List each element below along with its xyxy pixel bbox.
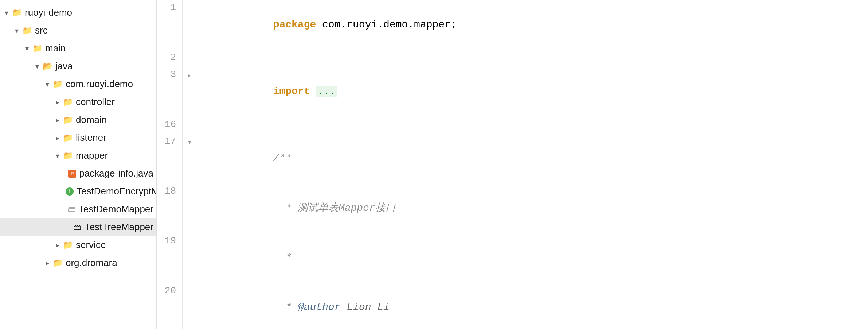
line-gutter [182, 67, 197, 116]
folder-icon: 📁 [32, 43, 42, 54]
line-number: 19 [157, 233, 182, 283]
chevron-right-icon [54, 241, 61, 249]
tree-label: src [35, 23, 48, 38]
line-gutter [182, 283, 197, 329]
code-line-19: 19 * [157, 233, 868, 283]
folder-icon: 📁 [52, 258, 63, 268]
tree-label: service [76, 238, 106, 252]
tree-item-testdemoencryptmapper[interactable]: ℹ TestDemoEncryptMa… [0, 182, 156, 200]
code-line-20: 20 * @author Lion Li [157, 283, 868, 329]
line-number: 18 [157, 183, 182, 233]
fold-arrow-icon[interactable] [187, 71, 192, 80]
folder-icon: 📁 [52, 79, 63, 89]
folder-icon: 📁 [12, 8, 22, 18]
code-line-17: 17 /** [157, 133, 868, 183]
tree-label: mapper [76, 148, 108, 163]
line-gutter [182, 133, 197, 183]
no-chevron [64, 170, 67, 177]
domain-folder-icon: 📁 [63, 115, 73, 125]
tree-label: controller [76, 95, 115, 109]
no-chevron [64, 224, 71, 231]
line-gutter [182, 0, 197, 50]
folder-icon: 📁 [22, 26, 32, 36]
chevron-down-icon [54, 152, 61, 159]
line-number: 2 [157, 50, 182, 67]
line-code [197, 50, 868, 67]
package-info-icon: P [68, 169, 76, 179]
line-number: 16 [157, 117, 182, 134]
chevron-right-icon [54, 116, 61, 124]
tree-label: domain [76, 113, 107, 127]
line-number: 3 [157, 67, 182, 116]
chevron-right-icon [54, 134, 61, 142]
folder-icon: 📁 [63, 151, 73, 161]
tree-item-java[interactable]: 📂 java [0, 57, 156, 75]
line-gutter [182, 183, 197, 233]
chevron-down-icon [13, 27, 20, 34]
folder-icon: 📁 [63, 133, 73, 143]
line-code: * 测试单表Mapper接口 [197, 183, 868, 233]
tree-item-src[interactable]: 📁 src [0, 22, 156, 39]
tree-item-domain[interactable]: 📁 domain [0, 111, 156, 129]
chevron-right-icon [54, 98, 61, 106]
line-code: /** [197, 133, 868, 183]
line-code [197, 117, 868, 134]
tree-label: com.ruoyi.demo [66, 77, 133, 91]
tree-label: package-info.java [79, 166, 153, 181]
tree-label: TestTreeMapper [85, 220, 153, 234]
tree-item-package-info[interactable]: P package-info.java [0, 164, 156, 182]
line-code: * [197, 233, 868, 283]
tree-item-com-ruoyi-demo[interactable]: 📁 com.ruoyi.demo [0, 75, 156, 93]
tree-item-listener[interactable]: 📁 listener [0, 129, 156, 147]
fold-arrow-icon[interactable] [187, 138, 192, 147]
line-gutter [182, 233, 197, 283]
code-content[interactable]: 1 package com.ruoyi.demo.mapper; 2 [157, 0, 868, 329]
file-tree[interactable]: 📁 ruoyi-demo 📁 src 📁 main 📂 java 📁 com.r… [0, 0, 157, 329]
no-chevron [64, 206, 66, 213]
chevron-down-icon [23, 45, 31, 52]
line-code: package com.ruoyi.demo.mapper; [197, 0, 868, 50]
folder-blue-icon: 📂 [42, 61, 52, 71]
tree-item-main[interactable]: 📁 main [0, 39, 156, 57]
line-gutter [182, 117, 197, 134]
code-line-18: 18 * 测试单表Mapper接口 [157, 183, 868, 233]
chevron-right-icon [44, 259, 51, 267]
folder-icon: 📁 [63, 97, 73, 107]
tree-label: java [55, 59, 73, 73]
code-table: 1 package com.ruoyi.demo.mapper; 2 [157, 0, 868, 329]
folder-icon: 📁 [63, 240, 73, 250]
line-code: * @author Lion Li [197, 283, 868, 329]
testdemoencrypt-icon: ℹ [66, 186, 74, 197]
code-line-2: 2 [157, 50, 868, 67]
tree-label: ruoyi-demo [25, 5, 72, 20]
code-editor: 1 package com.ruoyi.demo.mapper; 2 [157, 0, 868, 329]
code-line-3: 3 import ... [157, 67, 868, 116]
tree-item-testtreemapper[interactable]: 🗃 TestTreeMapper [0, 218, 156, 236]
tree-item-org-dromara[interactable]: 📁 org.dromara [0, 254, 156, 272]
chevron-down-icon [34, 63, 41, 70]
chevron-down-icon [44, 81, 51, 88]
tree-item-ruoyi-demo[interactable]: 📁 ruoyi-demo [0, 4, 156, 22]
line-code: import ... [197, 67, 868, 116]
tree-item-controller[interactable]: 📁 controller [0, 93, 156, 111]
tree-item-testdemomapper[interactable]: 🗃 TestDemoMapper [0, 200, 156, 218]
line-number: 1 [157, 0, 182, 50]
tree-item-mapper[interactable]: 📁 mapper [0, 147, 156, 164]
tree-label: org.dromara [66, 256, 117, 270]
line-number: 17 [157, 133, 182, 183]
testdemomapper-icon: 🗃 [68, 204, 76, 214]
testtreemapper-icon: 🗃 [73, 222, 82, 232]
line-number: 20 [157, 283, 182, 329]
tree-label: TestDemoEncryptMa… [77, 184, 157, 198]
tree-label: listener [76, 131, 106, 145]
tree-item-service[interactable]: 📁 service [0, 236, 156, 254]
code-line-1: 1 package com.ruoyi.demo.mapper; [157, 0, 868, 50]
line-gutter [182, 50, 197, 67]
tree-label: TestDemoMapper [79, 202, 153, 216]
tree-label: main [45, 41, 66, 55]
code-line-16: 16 [157, 117, 868, 134]
chevron-down-icon [3, 9, 10, 16]
